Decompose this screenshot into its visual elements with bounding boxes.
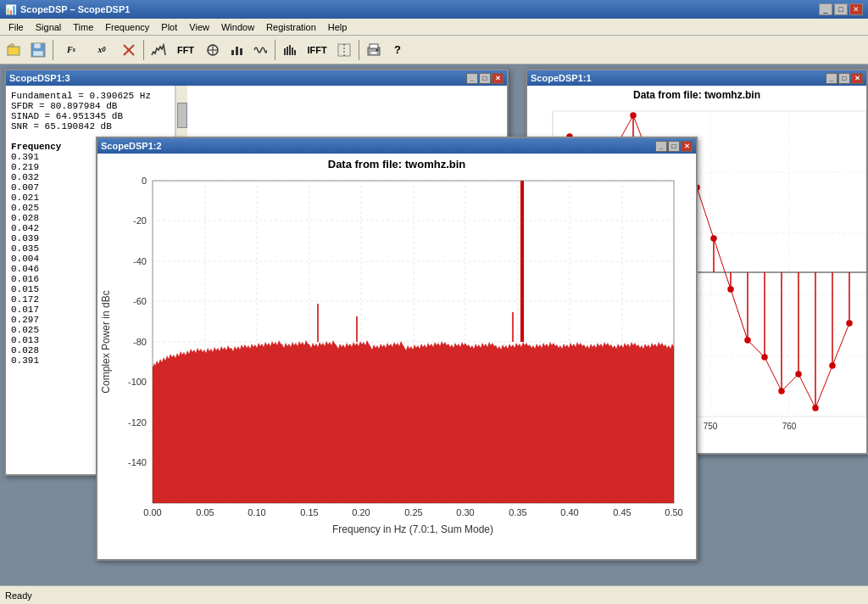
- svg-text:-120: -120: [128, 417, 147, 428]
- window-main-controls: _ □ ✕: [655, 141, 693, 152]
- app-title: ScopeDSP – ScopeDSP1: [20, 4, 130, 14]
- main-area: ScopeDSP1:3 _ □ ✕ Fundamental = 0.390625…: [0, 64, 868, 585]
- menu-registration[interactable]: Registration: [261, 20, 321, 34]
- window-left-title: ScopeDSP1:3: [9, 73, 70, 83]
- svg-text:Frequency in Hz (7.0:1, Sum Mo: Frequency in Hz (7.0:1, Sum Mode): [332, 523, 493, 535]
- window-right-close[interactable]: ✕: [851, 73, 863, 84]
- window-left-controls: _ □ ✕: [466, 73, 504, 84]
- status-bar: Ready: [0, 585, 868, 604]
- svg-rect-104: [520, 181, 523, 342]
- menu-help[interactable]: Help: [323, 20, 353, 34]
- x0-button[interactable]: x0: [87, 39, 116, 61]
- menu-plot[interactable]: Plot: [156, 20, 182, 34]
- svg-rect-22: [370, 52, 377, 54]
- svg-text:0.05: 0.05: [196, 507, 214, 517]
- svg-text:-140: -140: [128, 457, 147, 467]
- window-main-minimize[interactable]: _: [655, 141, 667, 152]
- status-text: Ready: [5, 590, 32, 601]
- svg-text:-80: -80: [133, 337, 147, 347]
- fft-button[interactable]: FFT: [171, 39, 200, 61]
- menu-frequency[interactable]: Frequency: [100, 20, 154, 34]
- open-button[interactable]: [3, 39, 25, 61]
- svg-rect-14: [287, 47, 288, 55]
- svg-rect-3: [34, 43, 41, 48]
- title-bar-controls: _ □ ✕: [819, 3, 863, 15]
- svg-text:0.00: 0.00: [143, 507, 161, 517]
- svg-text:0: 0: [142, 176, 147, 186]
- main-chart-title: Data from file: twomhz.bin: [97, 154, 696, 172]
- minimize-button[interactable]: _: [819, 3, 832, 15]
- toolbar-sep-3: [275, 40, 275, 60]
- svg-text:0.10: 0.10: [248, 507, 265, 517]
- window-left-title-bar[interactable]: ScopeDSP1:3 _ □ ✕: [6, 70, 507, 86]
- print-button[interactable]: [363, 39, 385, 61]
- title-bar-left: 📊 ScopeDSP – ScopeDSP1: [5, 4, 130, 15]
- svg-text:750: 750: [704, 422, 718, 431]
- window-main-title: ScopeDSP1:2: [101, 141, 162, 151]
- fs-button[interactable]: Fs: [57, 39, 86, 61]
- toolbar: Fs x0 FFT IFFT ?: [0, 36, 868, 64]
- main-chart-svg: 0 -20 -40 -60 -80 -100 -120 -140 0.00 0.…: [97, 172, 696, 558]
- svg-rect-4: [33, 51, 43, 56]
- svg-text:0.15: 0.15: [300, 507, 318, 517]
- svg-text:-60: -60: [133, 296, 147, 306]
- help-button[interactable]: ?: [387, 39, 409, 61]
- fundamental-stat: Fundamental = 0.390625 Hz: [11, 91, 170, 101]
- window-main-maximize[interactable]: □: [668, 141, 680, 152]
- svg-text:0.20: 0.20: [352, 507, 370, 517]
- toolbar-sep-1: [53, 40, 53, 60]
- toolbar-sep-4: [359, 40, 359, 60]
- svg-text:0.35: 0.35: [509, 507, 526, 517]
- title-bar: 📊 ScopeDSP – ScopeDSP1 _ □ ✕: [0, 0, 868, 19]
- svg-text:-40: -40: [133, 256, 147, 266]
- svg-text:0.50: 0.50: [665, 507, 682, 517]
- close-button[interactable]: ✕: [849, 3, 863, 15]
- clear-button[interactable]: [118, 39, 140, 61]
- app-icon: 📊: [5, 4, 17, 15]
- ifft-marker-button[interactable]: [333, 39, 355, 61]
- window-left-minimize[interactable]: _: [466, 73, 478, 84]
- svg-text:760: 760: [782, 422, 797, 431]
- menu-view[interactable]: View: [184, 20, 214, 34]
- circle-button[interactable]: [202, 39, 224, 61]
- window-left-maximize[interactable]: □: [479, 73, 491, 84]
- window-left-close[interactable]: ✕: [492, 73, 504, 84]
- svg-text:-100: -100: [128, 377, 147, 387]
- svg-text:Complex Power in dBc: Complex Power in dBc: [100, 290, 112, 393]
- toolbar-sep-2: [143, 40, 144, 60]
- svg-rect-10: [231, 50, 234, 55]
- maximize-button[interactable]: □: [834, 3, 848, 15]
- menu-bar: File Signal Time Frequency Plot View Win…: [0, 19, 868, 36]
- spectrum-icon-button[interactable]: [147, 39, 170, 61]
- window-right-controls: _ □ ✕: [826, 73, 863, 84]
- wave-button[interactable]: [249, 39, 271, 61]
- window-right-title: ScopeDSP1:1: [531, 73, 592, 83]
- window-scopedsp1-2: ScopeDSP1:2 _ □ ✕ Data from file: twomhz…: [96, 137, 698, 561]
- menu-window[interactable]: Window: [216, 20, 259, 34]
- svg-point-23: [376, 48, 379, 51]
- svg-rect-16: [292, 48, 293, 55]
- svg-rect-11: [236, 47, 238, 55]
- menu-file[interactable]: File: [3, 20, 29, 34]
- menu-signal[interactable]: Signal: [31, 20, 67, 34]
- svg-text:0.40: 0.40: [560, 507, 578, 517]
- snr-stat: SNR = 65.190842 dB: [11, 121, 170, 131]
- svg-marker-1: [8, 44, 14, 47]
- window-main-close[interactable]: ✕: [681, 141, 693, 152]
- window-right-maximize[interactable]: □: [838, 73, 850, 84]
- window-main-title-bar[interactable]: ScopeDSP1:2 _ □ ✕: [97, 138, 696, 154]
- window-right-title-bar[interactable]: ScopeDSP1:1 _ □ ✕: [527, 70, 866, 86]
- svg-rect-12: [240, 48, 242, 55]
- menu-time[interactable]: Time: [68, 20, 98, 34]
- window-right-minimize[interactable]: _: [826, 73, 837, 84]
- right-chart-title: Data from file: twomhz.bin: [527, 86, 866, 103]
- svg-rect-15: [289, 45, 291, 55]
- histogram-button[interactable]: [279, 39, 301, 61]
- svg-rect-17: [294, 50, 296, 55]
- sfdr-stat: SFDR = 80.897984 dB: [11, 101, 170, 111]
- bar-chart-button[interactable]: [225, 39, 248, 61]
- svg-rect-18: [338, 44, 350, 56]
- save-button[interactable]: [27, 39, 49, 61]
- svg-text:0.45: 0.45: [613, 507, 631, 517]
- ifft-button[interactable]: IFFT: [303, 39, 331, 61]
